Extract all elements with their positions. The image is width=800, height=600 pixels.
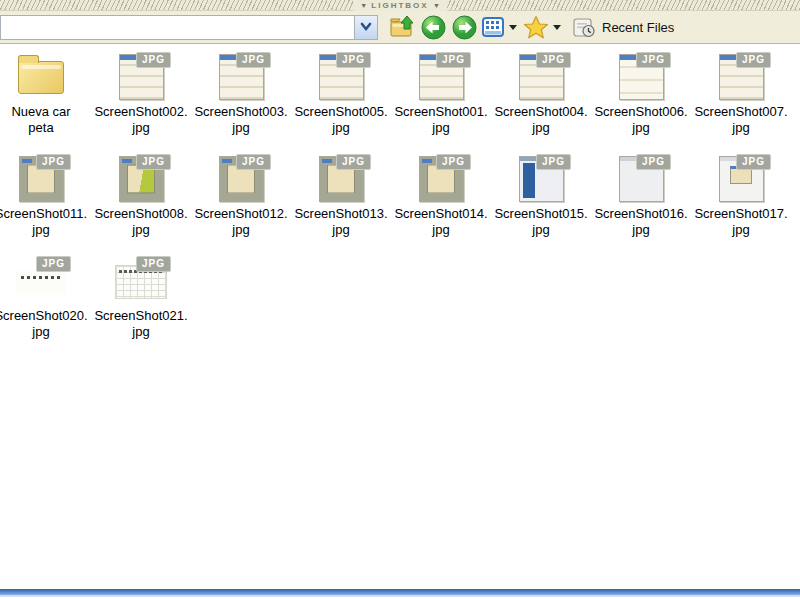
file-item[interactable]: JPG ScreenShot005.jpg	[291, 49, 391, 136]
thumbnail-area: JPG	[491, 49, 591, 101]
file-item[interactable]: JPG ScreenShot020.jpg	[0, 253, 91, 340]
file-item[interactable]: JPG ScreenShot008.jpg	[91, 151, 191, 238]
file-item[interactable]: JPG ScreenShot003.jpg	[191, 49, 291, 136]
thumbnail-area: JPG	[591, 151, 691, 203]
file-label[interactable]: ScreenShot008.jpg	[94, 206, 188, 238]
file-grid: Nueva carpeta JPG ScreenShot002.jpg JPG …	[0, 44, 800, 340]
favorites-button[interactable]	[523, 13, 549, 41]
file-label[interactable]: ScreenShot014.jpg	[394, 206, 488, 238]
thumbnail-area: JPG	[491, 151, 591, 203]
views-button[interactable]	[481, 13, 505, 41]
jpg-badge: JPG	[236, 52, 271, 68]
jpg-badge: JPG	[736, 52, 771, 68]
favorites-dropdown-caret[interactable]	[553, 25, 561, 30]
jpg-badge: JPG	[436, 154, 471, 170]
file-label[interactable]: ScreenShot021.jpg	[94, 308, 188, 340]
views-dropdown-caret[interactable]	[509, 25, 517, 30]
chevron-down-icon	[359, 21, 373, 33]
triangle-down-icon: ▼	[433, 2, 440, 9]
file-label[interactable]: ScreenShot011.jpg	[0, 206, 88, 238]
jpg-badge: JPG	[436, 52, 471, 68]
jpg-badge: JPG	[36, 256, 71, 272]
file-thumbnail	[16, 271, 66, 295]
file-label[interactable]: ScreenShot020.jpg	[0, 308, 88, 340]
jpg-badge: JPG	[136, 52, 171, 68]
file-item[interactable]: JPG ScreenShot007.jpg	[691, 49, 791, 136]
file-item[interactable]: JPG ScreenShot006.jpg	[591, 49, 691, 136]
jpg-badge: JPG	[736, 154, 771, 170]
back-arrow-icon	[421, 15, 446, 40]
thumbnail-area: JPG	[0, 151, 91, 203]
file-label[interactable]: ScreenShot013.jpg	[294, 206, 388, 238]
combo-dropdown-button[interactable]	[354, 16, 377, 39]
file-label[interactable]: ScreenShot005.jpg	[294, 104, 388, 136]
jpg-badge: JPG	[136, 256, 171, 272]
thumbnails-view-icon	[482, 17, 504, 37]
file-item[interactable]: JPG ScreenShot014.jpg	[391, 151, 491, 238]
jpg-badge: JPG	[36, 154, 71, 170]
thumbnail-area: JPG	[391, 49, 491, 101]
jpg-badge: JPG	[536, 154, 571, 170]
file-label[interactable]: ScreenShot015.jpg	[494, 206, 588, 238]
thumbnail-area: JPG	[691, 49, 791, 101]
thumbnail-area: JPG	[91, 253, 191, 305]
folder-icon	[18, 61, 64, 94]
file-label[interactable]: ScreenShot006.jpg	[594, 104, 688, 136]
file-label[interactable]: ScreenShot001.jpg	[394, 104, 488, 136]
file-list-area[interactable]: Nueva carpeta JPG ScreenShot002.jpg JPG …	[0, 44, 800, 589]
file-label[interactable]: ScreenShot007.jpg	[694, 104, 788, 136]
thumbnail-area: JPG	[191, 49, 291, 101]
forward-arrow-icon	[452, 15, 477, 40]
forward-button[interactable]	[450, 13, 478, 41]
file-item[interactable]: JPG ScreenShot012.jpg	[191, 151, 291, 238]
file-label[interactable]: ScreenShot004.jpg	[494, 104, 588, 136]
file-label[interactable]: ScreenShot012.jpg	[194, 206, 288, 238]
file-label[interactable]: Nueva carpeta	[10, 104, 72, 136]
jpg-badge: JPG	[636, 154, 671, 170]
thumbnail-area	[0, 49, 91, 101]
file-label[interactable]: ScreenShot002.jpg	[94, 104, 188, 136]
file-item[interactable]: Nueva carpeta	[0, 49, 91, 136]
file-item[interactable]: JPG ScreenShot015.jpg	[491, 151, 591, 238]
file-label[interactable]: ScreenShot016.jpg	[594, 206, 688, 238]
jpg-badge: JPG	[336, 154, 371, 170]
thumbnail-area: JPG	[91, 151, 191, 203]
file-item[interactable]: JPG ScreenShot004.jpg	[491, 49, 591, 136]
thumbnail-area: JPG	[291, 151, 391, 203]
file-item[interactable]: JPG ScreenShot013.jpg	[291, 151, 391, 238]
lightbox-grab-bar[interactable]: ▼ LIGHTBOX ▼	[0, 0, 800, 11]
file-item[interactable]: JPG ScreenShot017.jpg	[691, 151, 791, 238]
thumbnail-area: JPG	[191, 151, 291, 203]
recent-files-icon	[573, 17, 596, 38]
triangle-down-icon: ▼	[360, 2, 367, 9]
jpg-badge: JPG	[536, 52, 571, 68]
toolbar: Recent Files	[0, 11, 800, 44]
thumbnail-area: JPG	[91, 49, 191, 101]
lightbox-title: ▼ LIGHTBOX ▼	[353, 0, 447, 11]
file-item[interactable]: JPG ScreenShot021.jpg	[91, 253, 191, 340]
thumbnail-area: JPG	[0, 253, 91, 305]
lightbox-title-text: LIGHTBOX	[371, 1, 428, 10]
recent-files-button[interactable]: Recent Files	[573, 17, 674, 38]
folder-up-icon	[389, 15, 415, 39]
thumbnail-area: JPG	[391, 151, 491, 203]
address-input[interactable]	[1, 16, 354, 39]
thumbnail-area: JPG	[591, 49, 691, 101]
jpg-badge: JPG	[136, 154, 171, 170]
thumbnail-area: JPG	[291, 49, 391, 101]
jpg-badge: JPG	[636, 52, 671, 68]
file-grid-row: JPG ScreenShot011.jpg JPG ScreenShot008.…	[0, 151, 800, 238]
up-one-level-button[interactable]	[388, 13, 416, 41]
star-icon	[523, 15, 549, 40]
file-item[interactable]: JPG ScreenShot001.jpg	[391, 49, 491, 136]
file-item[interactable]: JPG ScreenShot016.jpg	[591, 151, 691, 238]
file-label[interactable]: ScreenShot003.jpg	[194, 104, 288, 136]
jpg-badge: JPG	[236, 154, 271, 170]
address-combobox	[0, 15, 378, 40]
back-button[interactable]	[419, 13, 447, 41]
file-label[interactable]: ScreenShot017.jpg	[694, 206, 788, 238]
file-grid-row: JPG ScreenShot020.jpg JPG ScreenShot021.…	[0, 253, 800, 340]
file-item[interactable]: JPG ScreenShot011.jpg	[0, 151, 91, 238]
window-bottom-border	[0, 589, 800, 597]
file-item[interactable]: JPG ScreenShot002.jpg	[91, 49, 191, 136]
